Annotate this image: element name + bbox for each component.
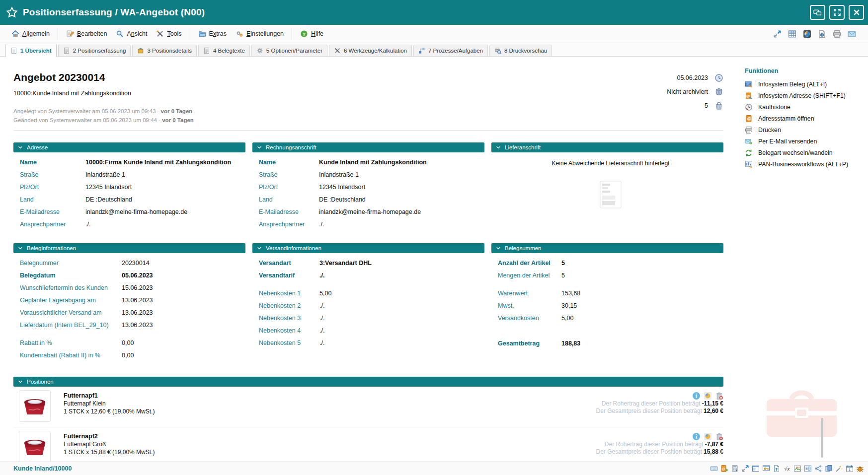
tab-7-prozesse-aufgaben[interactable]: 7 Prozesse/Aufgaben bbox=[413, 45, 488, 56]
st-wand-icon[interactable] bbox=[835, 465, 843, 473]
field-row: Belegdatum05.06.2023 bbox=[20, 272, 245, 279]
tab-6-werkzeuge-kalkulation[interactable]: 6 Werkzeuge/Kalkulation bbox=[329, 45, 412, 56]
clock-icon[interactable] bbox=[714, 73, 723, 82]
customer-subtitle: 10000:Kunde Inland mit Zahlungskondition bbox=[13, 90, 194, 97]
st-window-icon[interactable] bbox=[752, 465, 760, 473]
section-header-versandinformationen[interactable]: Versandinformationen bbox=[252, 243, 484, 253]
envelope-icon[interactable] bbox=[848, 30, 856, 38]
doc-status-line: 5 bbox=[667, 101, 723, 110]
function-item-adressstamm-öffnen[interactable]: @Adressstamm öffnen bbox=[745, 115, 868, 123]
menu-item-label: Hilfe bbox=[311, 30, 323, 37]
section-header-belegsummen[interactable]: Belegsummen bbox=[491, 243, 723, 253]
tab-2-positionserfassung[interactable]: 2 Positionserfassung bbox=[58, 45, 131, 56]
close-button[interactable] bbox=[849, 5, 864, 20]
multi-window-button[interactable] bbox=[810, 5, 825, 20]
menu-item-extras[interactable]: Extras bbox=[194, 27, 231, 40]
pie-chart-icon[interactable] bbox=[803, 30, 811, 38]
menu-item-ansicht[interactable]: Ansicht bbox=[111, 27, 152, 40]
function-item-belegart-wechseln-wandeln[interactable]: Belegart wechseln/wandeln bbox=[745, 149, 868, 157]
created-ago: vor 0 Tagen bbox=[161, 108, 193, 114]
archive-box-icon[interactable] bbox=[714, 87, 723, 96]
tab-4-belegtexte[interactable]: 4 Belegtexte bbox=[198, 45, 250, 56]
section-header-positionen[interactable]: Positionen bbox=[13, 377, 723, 387]
st-calc-icon[interactable] bbox=[731, 465, 739, 473]
printer-icon[interactable] bbox=[833, 30, 841, 38]
menubar: AllgemeinBearbeitenAnsichtToolsExtrasEin… bbox=[0, 25, 868, 43]
st-share-icon[interactable] bbox=[814, 465, 822, 473]
doc-status-value: 5 bbox=[705, 102, 708, 109]
info-document-icon[interactable]: i bbox=[818, 30, 826, 38]
menu-item-einstellungen[interactable]: Einstellungen bbox=[231, 27, 288, 40]
function-item-per-e-mail-versenden[interactable]: Per E-Mail versenden bbox=[745, 137, 868, 145]
position-action-icons bbox=[596, 392, 723, 400]
trash-icon[interactable] bbox=[715, 432, 723, 441]
st-window-key-icon[interactable] bbox=[762, 465, 770, 473]
field-value: ./. bbox=[319, 272, 324, 279]
section-header-beleginformationen[interactable]: Beleginformationen bbox=[13, 243, 245, 253]
favorite-star-icon[interactable] bbox=[6, 6, 18, 18]
menu-item-tools[interactable]: Tools bbox=[152, 27, 186, 40]
fullscreen-button[interactable] bbox=[829, 5, 845, 20]
field-value: inlandzk@meine-firma-homepage.de bbox=[85, 208, 187, 216]
st-addrbook-icon[interactable]: @ bbox=[720, 465, 728, 473]
section-header-lieferanschrift[interactable]: Lieferanschrift bbox=[491, 142, 723, 152]
field-label: Plz/Ort bbox=[20, 184, 85, 191]
menubar-toolbar: i bbox=[773, 30, 862, 38]
st-bug-icon[interactable] bbox=[856, 465, 864, 473]
function-item-drucken[interactable]: Drucken bbox=[745, 126, 868, 134]
tab-3-positionsdetails[interactable]: 3 Positionsdetails bbox=[132, 45, 197, 56]
info-circle-icon[interactable] bbox=[692, 392, 701, 400]
st-image-icon[interactable]: A bbox=[793, 465, 801, 473]
field-row: Anzahl der Artikel5 bbox=[498, 260, 723, 267]
st-calendar-icon[interactable]: 1 bbox=[846, 465, 854, 473]
menu-separator bbox=[190, 28, 190, 40]
function-item-kaufhistorie[interactable]: Kaufhistorie bbox=[745, 103, 868, 111]
tab-label: 7 Prozesse/Aufgaben bbox=[428, 48, 483, 54]
section-title: Belegsummen bbox=[505, 245, 542, 251]
field-value: 0,00 bbox=[122, 339, 134, 347]
tab-8-druckvorschau[interactable]: 8 Druckvorschau bbox=[489, 45, 552, 56]
chart-pie-small-icon[interactable] bbox=[704, 432, 712, 441]
section-body: Name10000:Firma Kunde Inland mit Zahlung… bbox=[13, 152, 245, 228]
menu-item-allgemein[interactable]: Allgemein bbox=[7, 27, 54, 40]
field-row: Versandart3:Versandart DHL bbox=[259, 260, 484, 267]
section-header-adresse[interactable]: Adresse bbox=[13, 142, 245, 152]
tab-label: 8 Druckvorschau bbox=[504, 48, 547, 54]
st-swap-icon[interactable] bbox=[741, 465, 749, 473]
field-label: Nebenkosten 5 bbox=[259, 339, 319, 347]
tab-box-icon bbox=[137, 47, 144, 54]
magnifier-icon bbox=[116, 30, 124, 38]
function-item-infosystem-beleg-alt-i[interactable]: Infosystem Beleg (ALT+I) bbox=[745, 80, 868, 88]
document-status-column: 05.06.2023Nicht archiviert5 bbox=[667, 60, 723, 123]
tab-5-optionen-parameter[interactable]: 5 Optionen/Parameter bbox=[251, 45, 327, 56]
chart-pie-small-icon[interactable] bbox=[704, 392, 712, 400]
st-list-icon[interactable] bbox=[804, 465, 812, 473]
fn-convert-icon bbox=[745, 149, 753, 157]
position-row[interactable]: Futternapf1Futternapf Klein1 STCK x 12,6… bbox=[13, 387, 723, 427]
field-label: Geplanter Lagerabgang am bbox=[20, 297, 122, 304]
tab-1-übersicht[interactable]: 1 Übersicht bbox=[5, 44, 57, 57]
position-price-line: 1 STCK x 12,60 € (19,00% MwSt.) bbox=[64, 407, 155, 415]
info-circle-icon[interactable] bbox=[692, 432, 701, 441]
function-item-infosystem-adresse-shift-f1[interactable]: @Infosystem Adresse (SHIFT+F1) bbox=[745, 92, 868, 100]
trash-icon[interactable] bbox=[715, 392, 723, 400]
doc-status-line: 05.06.2023 bbox=[667, 73, 723, 82]
table-grid-icon[interactable] bbox=[788, 30, 796, 38]
window-arrows-icon[interactable] bbox=[773, 30, 782, 38]
st-keyboard-icon[interactable] bbox=[710, 465, 718, 473]
section-header-rechnungsanschrift[interactable]: Rechnungsanschrift bbox=[252, 142, 484, 152]
field-row: Wunschliefertermin des Kunden15.06.2023 bbox=[20, 284, 245, 292]
position-gesamtpreis-value: 15,88 € bbox=[704, 448, 723, 455]
st-doc-arrow-icon[interactable] bbox=[773, 465, 781, 473]
shopping-bag-icon[interactable] bbox=[714, 101, 723, 110]
position-row[interactable]: Futternapf2Futternapf Groß1 STCK x 15,88… bbox=[13, 427, 723, 462]
menu-item-bearbeiten[interactable]: Bearbeiten bbox=[62, 27, 111, 40]
field-value: 153,68 bbox=[561, 290, 580, 297]
menu-item-hilfe[interactable]: ?Hilfe bbox=[296, 27, 328, 40]
st-layers-icon[interactable] bbox=[825, 465, 833, 473]
statusbar-customer: Kunde Inland/10000 bbox=[13, 465, 72, 472]
position-gesamtpreis: Der Gesamtpreis dieser Position beträgt1… bbox=[596, 448, 723, 456]
scrollbar-thumb[interactable] bbox=[821, 418, 823, 458]
st-sqrt-icon[interactable]: √x bbox=[783, 465, 791, 473]
function-item-pan-businessworkflows-alt-p[interactable]: PAN-Businessworkflows (ALT+P) bbox=[745, 160, 868, 168]
